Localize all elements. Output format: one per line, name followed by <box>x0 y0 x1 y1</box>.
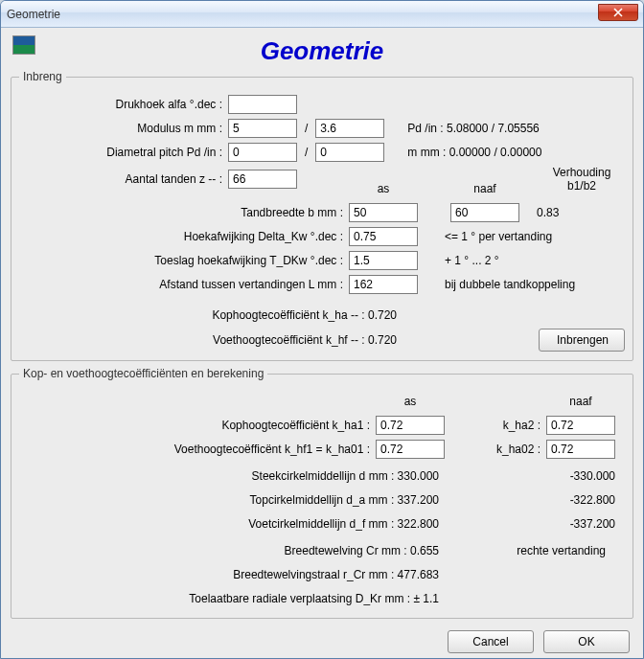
dialog-content: Geometrie Inbreng Drukhoek alfa °.dec : … <box>1 28 643 658</box>
label-hoek: Hoekafwijking Delta_Kw °.dec : <box>19 230 349 243</box>
legend-inbreng: Inbreng <box>19 70 66 83</box>
window-title: Geometrie <box>7 8 60 21</box>
label-khf: Voethoogtecoëfficiënt k_hf -- : 0.720 <box>19 333 402 347</box>
header2-naaf: naaf <box>546 395 615 408</box>
input-toeslag[interactable] <box>349 251 418 270</box>
info-modulus: Pd /in : 5.08000 / 7.05556 <box>384 122 539 135</box>
input-tandbreedte-as[interactable] <box>349 203 418 222</box>
note-toeslag: + 1 ° ... 2 ° <box>418 254 499 267</box>
input-hoek[interactable] <box>349 227 418 246</box>
value-ratio: 0.83 <box>519 206 559 219</box>
note-hoek: <= 1 ° per vertanding <box>418 230 552 243</box>
close-icon <box>613 8 623 17</box>
input-kha02[interactable] <box>546 440 615 459</box>
label-tanden: Aantal tanden z -- : <box>19 172 228 186</box>
value-top2: -322.800 <box>539 493 615 507</box>
label-tandbreedte: Tandbreedte b mm : <box>19 206 349 219</box>
cancel-button[interactable]: Cancel <box>448 630 534 653</box>
label-verplaatsing: Toelaatbare radiale verplaatsing D_Kr mm… <box>19 592 445 605</box>
note-afstand: bij dubbele tandkoppeling <box>418 278 575 291</box>
input-tandbreedte-naaf[interactable] <box>450 203 519 222</box>
legend-coeff: Kop- en voethoogtecoëfficiënten en berek… <box>19 367 267 380</box>
dialog-window: Geometrie Geometrie Inbreng Drukhoek alf… <box>0 0 644 659</box>
label-straal: Breedtewelvingstraal r_Cr mm : 477.683 <box>19 568 445 581</box>
slash: / <box>297 122 315 135</box>
input-kha2[interactable] <box>546 416 615 435</box>
input-tanden[interactable] <box>228 170 297 189</box>
group-coeff: Kop- en voethoogtecoëfficiënten en berek… <box>11 367 633 619</box>
info-pitch: m mm : 0.00000 / 0.00000 <box>384 146 541 159</box>
input-drukhoek[interactable] <box>228 95 297 114</box>
input-modulus-b[interactable] <box>315 119 384 138</box>
label-verhouding-bot: b1/b2 <box>539 179 625 193</box>
page-heading: Geometrie <box>11 36 633 66</box>
ok-button[interactable]: OK <box>543 630 630 653</box>
input-khf1[interactable] <box>376 440 445 459</box>
app-icon <box>12 35 35 55</box>
label-breedtewelving: Breedtewelving Cr mm : 0.655 <box>19 544 445 557</box>
header-as: as <box>349 182 418 195</box>
value-voet2: -337.200 <box>539 517 615 531</box>
label-kha2: k_ha2 : <box>503 419 546 432</box>
label-toeslag: Toeslag hoekafwijking T_DKw °.dec : <box>19 254 349 267</box>
input-pitch-b[interactable] <box>315 143 384 162</box>
titlebar: Geometrie <box>1 1 643 28</box>
input-kha1[interactable] <box>376 416 445 435</box>
input-modulus-a[interactable] <box>228 119 297 138</box>
label-modulus: Modulus m mm : <box>19 122 228 135</box>
label-drukhoek: Drukhoek alfa °.dec : <box>19 98 228 111</box>
label-khf1: Voethoogtecoëfficënt k_hf1 = k_ha01 : <box>19 443 376 456</box>
label-verhouding-top: Verhouding <box>539 166 625 179</box>
label-kha02: k_ha02 : <box>496 443 546 456</box>
label-kha1: Kophoogtecoëfficiënt k_ha1 : <box>19 419 376 432</box>
label-kha: Kophoogtecoëfficiënt k_ha -- : 0.720 <box>19 308 402 322</box>
label-pitch: Diametral pitch Pd /in : <box>19 146 228 159</box>
label-afstand: Afstand tussen vertandingen L mm : <box>19 278 349 291</box>
label-steek: Steekcirkelmiddellijn d mm : 330.000 <box>19 469 445 483</box>
note-rechte: rechte vertanding <box>517 544 606 557</box>
label-voet: Voetcirkelmiddellijn d_f mm : 322.800 <box>19 517 445 531</box>
dialog-footer: Cancel OK <box>11 625 633 653</box>
value-steek2: -330.000 <box>539 469 615 483</box>
slash: / <box>297 146 315 159</box>
button-inbrengen[interactable]: Inbrengen <box>539 329 625 352</box>
header-naaf: naaf <box>450 182 519 195</box>
input-pitch-a[interactable] <box>228 143 297 162</box>
header2-as: as <box>376 395 445 408</box>
input-afstand[interactable] <box>349 275 418 294</box>
close-button[interactable] <box>598 4 638 21</box>
label-top: Topcirkelmiddellijn d_a mm : 337.200 <box>19 493 445 507</box>
group-inbreng: Inbreng Drukhoek alfa °.dec : Modulus m … <box>11 70 633 361</box>
